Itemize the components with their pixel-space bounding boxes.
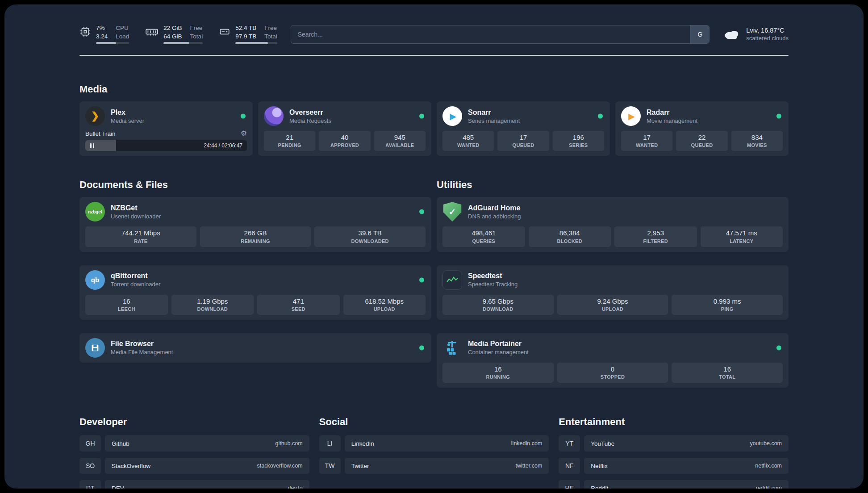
stat-tile: 9.65 GbpsDOWNLOAD — [442, 295, 554, 315]
section-title-social: Social — [319, 416, 549, 428]
service-name: AdGuard Home — [468, 204, 521, 212]
stat-tile: 2,953FILTERED — [614, 226, 697, 246]
service-card-nzbget[interactable]: nzbget NZBGet Usenet downloader 744.21 M… — [79, 197, 431, 251]
status-dot — [241, 114, 246, 119]
bookmark-abbr[interactable]: YT — [559, 435, 580, 451]
memory-total-label: Total — [190, 33, 203, 41]
service-card-sonarr[interactable]: ▶ Sonarr Series management 485WANTED 17Q… — [437, 101, 610, 156]
bookmark-abbr[interactable]: DT — [79, 480, 101, 489]
overseerr-icon — [264, 106, 284, 126]
bookmark-group-entertainment: Entertainment YT YouTube youtube.com NF … — [559, 416, 789, 489]
service-name: Speedtest — [468, 272, 517, 280]
service-subtitle: DNS and adblocking — [468, 213, 521, 220]
cpu-load-label: Load — [116, 33, 129, 41]
bookmark-abbr[interactable]: GH — [79, 435, 101, 451]
stat-tile: 86,384BLOCKED — [529, 226, 611, 246]
memory-free-label: Free — [190, 24, 203, 32]
adguard-icon: ✓ — [442, 202, 462, 221]
bookmark-link[interactable]: Reddit reddit.com — [584, 480, 789, 489]
bookmark-twitter[interactable]: TW Twitter twitter.com — [319, 458, 549, 474]
status-dot — [419, 345, 424, 350]
pause-icon[interactable] — [90, 143, 94, 148]
section-title-utilities: Utilities — [437, 179, 789, 191]
bookmark-link[interactable]: StackOverflow stackoverflow.com — [105, 458, 309, 474]
disk-free-label: Free — [264, 24, 277, 32]
stat-tile: 945AVAILABLE — [374, 131, 426, 151]
cpu-load: 3.24 — [96, 33, 108, 41]
service-card-qbittorrent[interactable]: qb qBittorrent Torrent downloader 16LEEC… — [79, 265, 431, 320]
service-subtitle: Movie management — [647, 117, 697, 124]
cpu-icon — [79, 24, 91, 38]
service-subtitle: Series management — [468, 117, 520, 124]
service-card-portainer[interactable]: Media Portainer Container management 16R… — [437, 333, 789, 388]
bookmark-link[interactable]: Github github.com — [105, 435, 309, 451]
bookmark-github[interactable]: GH Github github.com — [79, 435, 309, 451]
stat-tile: 196SERIES — [553, 131, 604, 151]
weather-condition: scattered clouds — [746, 35, 789, 42]
bookmark-link[interactable]: YouTube youtube.com — [584, 435, 789, 451]
service-name: Radarr — [647, 109, 697, 117]
service-name: Media Portainer — [468, 340, 529, 348]
bookmark-stackoverflow[interactable]: SO StackOverflow stackoverflow.com — [79, 458, 309, 474]
bookmark-link[interactable]: DEV dev.to — [105, 480, 309, 489]
service-card-filebrowser[interactable]: File Browser Media File Management — [79, 333, 431, 363]
search-input[interactable] — [291, 25, 710, 44]
dashboard-frame: 7% 3.24 CPU Load — [4, 4, 864, 489]
stat-tile: 1.19 GbpsDOWNLOAD — [171, 295, 254, 315]
now-playing-title: Bullet Train — [85, 130, 116, 137]
cpu-usage-bar — [96, 42, 129, 44]
documents-section: Documents & Files nzbget NZBGet Usenet d… — [79, 179, 431, 363]
stat-tile: 498,461QUERIES — [442, 226, 525, 246]
status-dot — [419, 114, 424, 119]
service-card-radarr[interactable]: ▶ Radarr Movie management 17WANTED 22QUE… — [615, 101, 789, 156]
bookmark-abbr[interactable]: LI — [319, 435, 341, 451]
stat-tile: 40APPROVED — [319, 131, 370, 151]
weather-widget: Lviv, 16.87°C scattered clouds — [723, 27, 789, 42]
stat-tile: 16TOTAL — [672, 363, 783, 383]
status-dot — [419, 209, 424, 214]
bookmark-youtube[interactable]: YT YouTube youtube.com — [559, 435, 789, 451]
bookmark-link[interactable]: Twitter twitter.com — [345, 458, 549, 474]
playback-progress-bar[interactable]: 24:44 / 02:06:47 — [85, 140, 247, 151]
service-subtitle: Speedtest Tracking — [468, 281, 517, 288]
service-subtitle: Torrent downloader — [111, 281, 160, 288]
bookmark-link[interactable]: LinkedIn linkedin.com — [345, 435, 549, 451]
stat-tile: 266 GBREMAINING — [200, 226, 311, 246]
speedtest-icon — [442, 270, 462, 290]
bookmark-abbr[interactable]: RE — [559, 480, 580, 489]
bookmark-dev[interactable]: DT DEV dev.to — [79, 480, 309, 489]
qbittorrent-icon: qb — [85, 270, 105, 290]
disk-free: 52.4 TB — [235, 24, 256, 32]
status-dot — [419, 277, 424, 282]
nzbget-icon: nzbget — [85, 202, 105, 221]
service-name: NZBGet — [111, 204, 161, 212]
service-card-adguard[interactable]: ✓ AdGuard Home DNS and adblocking 498,46… — [437, 197, 789, 251]
disk-total-label: Total — [264, 33, 277, 41]
bookmark-link[interactable]: Netflix netflix.com — [584, 458, 789, 474]
disk-usage-bar — [235, 42, 277, 44]
service-card-speedtest[interactable]: Speedtest Speedtest Tracking 9.65 GbpsDO… — [437, 265, 789, 320]
bookmark-netflix[interactable]: NF Netflix netflix.com — [559, 458, 789, 474]
stat-tile: 618.52 MbpsUPLOAD — [343, 295, 426, 315]
stat-tile: 9.24 GbpsUPLOAD — [557, 295, 668, 315]
service-card-plex[interactable]: ❯ Plex Media server Bullet Train ⚙ 24:44… — [79, 101, 253, 156]
service-subtitle: Container management — [468, 349, 529, 355]
settings-gear-icon[interactable]: ⚙ — [241, 130, 247, 137]
playback-time: 24:44 / 02:06:47 — [204, 142, 247, 149]
service-name: Sonarr — [468, 109, 520, 117]
stat-tile: 16LEECH — [85, 295, 168, 315]
bookmark-group-social: Social LI LinkedIn linkedin.com TW Twitt… — [319, 416, 549, 474]
service-card-overseerr[interactable]: Overseerr Media Requests 21PENDING 40APP… — [258, 101, 431, 156]
stat-tile: 471SEED — [257, 295, 340, 315]
status-dot — [776, 114, 781, 119]
bookmark-abbr[interactable]: TW — [319, 458, 341, 474]
radarr-icon: ▶ — [621, 106, 641, 126]
bookmark-reddit[interactable]: RE Reddit reddit.com — [559, 480, 789, 489]
bookmark-linkedin[interactable]: LI LinkedIn linkedin.com — [319, 435, 549, 451]
bookmark-abbr[interactable]: SO — [79, 458, 101, 474]
search-provider-button[interactable]: G — [690, 25, 709, 43]
filebrowser-icon — [85, 338, 105, 358]
service-name: Plex — [111, 109, 144, 117]
bookmark-abbr[interactable]: NF — [559, 458, 580, 474]
header-divider — [79, 55, 789, 56]
